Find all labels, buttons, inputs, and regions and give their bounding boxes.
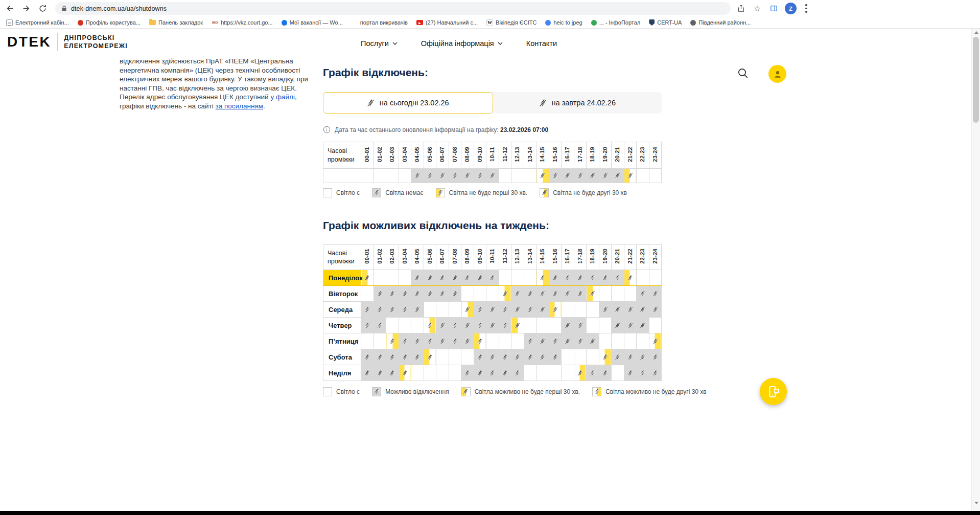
no-power-icon xyxy=(402,337,408,346)
legend-label: Світла немає xyxy=(385,189,423,196)
schedule-cell xyxy=(411,169,424,183)
dtek-logo[interactable]: DTEK ДНІПРОВСЬКІ ЕЛЕКТРОМЕРЕЖІ xyxy=(7,33,128,51)
browser-menu-button[interactable] xyxy=(803,4,810,14)
schedule-cell xyxy=(599,270,612,286)
nav-item-label: Послуги xyxy=(361,39,389,48)
schedule-cell xyxy=(399,270,411,286)
no-power-icon xyxy=(527,305,533,314)
scroll-down-arrow[interactable] xyxy=(972,499,980,507)
bookmark-item-8[interactable]: WВікіпедія ЄСІТС xyxy=(486,19,536,26)
back-button[interactable] xyxy=(3,2,16,15)
time-slot-text: 19-20 xyxy=(602,249,608,264)
schedule-cell xyxy=(486,365,499,381)
building-favicon-icon xyxy=(690,20,696,26)
scroll-up-arrow[interactable] xyxy=(972,29,980,36)
address-bar[interactable]: dtek-dnem.com.ua/ua/shutdowns xyxy=(55,2,731,15)
bookmark-item-6[interactable]: портал викривачів xyxy=(352,19,408,26)
schedule-cell xyxy=(486,270,499,286)
schedule-cell xyxy=(612,302,624,318)
no-power-icon xyxy=(615,321,620,330)
nav-item-2[interactable]: Офіційна інформація xyxy=(421,39,503,48)
schedule-cell xyxy=(587,349,599,365)
folder-favicon-icon xyxy=(149,20,156,25)
schedule-cell xyxy=(411,318,424,333)
no-power-icon xyxy=(640,321,645,330)
time-slot-header: 14-15 xyxy=(536,142,549,169)
scrollbar-thumb[interactable] xyxy=(973,37,979,123)
bookmark-item-10[interactable]: ... - ІнфоПортал xyxy=(591,19,641,26)
reload-button[interactable] xyxy=(36,2,49,15)
no-power-icon xyxy=(427,289,433,298)
schedule-cell xyxy=(562,286,574,302)
page-scrollbar[interactable] xyxy=(971,29,980,511)
bookmark-item-12[interactable]: Південний районн... xyxy=(690,19,751,26)
nav-item-1[interactable]: Послуги xyxy=(361,39,398,48)
time-slot-header: 15-16 xyxy=(549,142,562,169)
schedule-cell xyxy=(637,365,649,381)
bookmark-label: ... - ІнфоПортал xyxy=(599,19,641,26)
schedule-cell xyxy=(399,286,411,302)
schedule-cell xyxy=(536,286,549,302)
bookmark-item-4[interactable]: ВКЗhttps://vkz.court.go... xyxy=(212,19,273,26)
bookmark-item-5[interactable]: Мої вакансії — Wo... xyxy=(282,19,343,26)
article-text-3: . xyxy=(263,102,265,110)
schedule-cell xyxy=(649,333,662,349)
schedule-cell xyxy=(474,365,486,381)
side-panel-button[interactable] xyxy=(768,4,779,14)
schedule-cell xyxy=(637,302,649,318)
schedule-cell xyxy=(486,286,499,302)
schedule-cell xyxy=(549,365,562,381)
site-link[interactable]: за посиланням xyxy=(216,102,263,110)
share-button[interactable] xyxy=(736,4,746,14)
bookmark-item-2[interactable]: Профіль користува... xyxy=(78,19,141,26)
tab-today[interactable]: на сьогодні 23.02.26 xyxy=(323,92,493,114)
no-power-icon xyxy=(615,274,620,282)
schedule-cell xyxy=(399,318,411,333)
time-slot-text: 00-01 xyxy=(364,147,370,162)
account-button[interactable] xyxy=(768,65,786,83)
no-power-icon xyxy=(527,337,533,346)
bookmark-item-3[interactable]: Панель закладок xyxy=(149,19,203,26)
day-row: Неділя xyxy=(323,365,662,381)
schedule-cell xyxy=(549,169,562,183)
blue-favicon-icon xyxy=(282,20,287,26)
time-slot-header: 18-19 xyxy=(587,245,599,270)
schedule-cell xyxy=(536,302,549,318)
bookmark-item-7[interactable]: ▶(27) Навчальний с... xyxy=(416,19,478,26)
bookmark-item-9[interactable]: heic to jpeg xyxy=(545,19,582,26)
person-icon xyxy=(773,69,783,79)
no-power-icon xyxy=(590,289,595,298)
search-icon xyxy=(737,68,749,79)
forward-button[interactable] xyxy=(19,2,33,15)
no-power-icon xyxy=(577,289,583,298)
chat-fab-button[interactable] xyxy=(760,378,787,405)
schedule-cell xyxy=(374,302,386,318)
time-slot-text: 14-15 xyxy=(540,249,545,264)
no-power-icon xyxy=(414,274,420,282)
no-power-icon xyxy=(377,321,383,330)
no-power-icon xyxy=(627,369,633,377)
schedule-cell xyxy=(612,349,624,365)
tab-tomorrow[interactable]: на завтра 24.02.26 xyxy=(493,92,662,114)
time-slot-text: 00-01 xyxy=(364,249,370,264)
schedule-cell xyxy=(436,318,449,333)
file-link[interactable]: у файлі xyxy=(270,93,295,101)
schedule-cell xyxy=(374,365,386,381)
nav-item-3[interactable]: Контакти xyxy=(526,39,557,48)
no-power-icon xyxy=(540,305,545,314)
bookmark-item-1[interactable]: Електронний кабін... xyxy=(6,19,69,26)
bookmark-star-button[interactable]: ☆ xyxy=(752,4,762,14)
schedule-cell xyxy=(599,349,612,365)
bookmark-item-11[interactable]: CERT-UA xyxy=(649,19,682,26)
time-slot-header: 12-13 xyxy=(511,142,524,169)
schedule-cell xyxy=(399,302,411,318)
no-power-icon xyxy=(627,321,633,330)
schedule-cell xyxy=(386,349,399,365)
schedule-cell xyxy=(436,286,449,302)
no-power-icon xyxy=(627,274,633,282)
time-slot-header: 08-09 xyxy=(461,142,474,169)
no-power-icon xyxy=(552,337,558,346)
search-button[interactable] xyxy=(737,68,750,80)
no-power-icon xyxy=(427,171,433,180)
profile-avatar[interactable]: Z xyxy=(785,3,797,14)
